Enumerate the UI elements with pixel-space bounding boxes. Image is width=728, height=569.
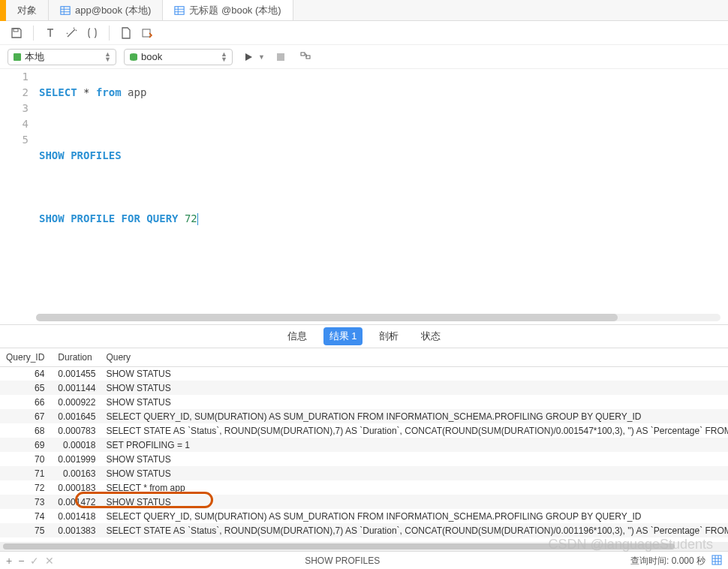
tab-untitled[interactable]: 无标题 @book (本地): [163, 0, 293, 20]
cell-query[interactable]: SHOW STATUS: [100, 466, 728, 480]
cell-duration[interactable]: 0.00163: [52, 466, 100, 480]
explain-button[interactable]: [296, 48, 314, 66]
cell-query[interactable]: SELECT * from app: [100, 480, 728, 495]
tab-status[interactable]: 状态: [415, 327, 447, 345]
cell-duration[interactable]: 0.00018: [52, 438, 100, 452]
svg-rect-13: [301, 53, 305, 56]
cell-query[interactable]: SHOW STATUS: [100, 495, 728, 509]
cell-duration[interactable]: 0.001645: [52, 409, 100, 423]
line-number: 2: [0, 85, 29, 101]
cell-queryid[interactable]: 74: [0, 509, 52, 523]
tab-objects[interactable]: 对象: [6, 0, 49, 20]
table-icon: [174, 5, 185, 16]
cell-query[interactable]: SELECT STATE AS `Status`, ROUND(SUM(DURA…: [100, 423, 728, 438]
table-row[interactable]: 700.001999SHOW STATUS: [0, 452, 728, 466]
table-row[interactable]: 660.000922SHOW STATUS: [0, 395, 728, 409]
database-dropdown[interactable]: book ▲▼: [124, 49, 233, 65]
line-number: 3: [0, 101, 29, 116]
grid-view-button[interactable]: [711, 555, 722, 567]
add-row-button[interactable]: +: [6, 555, 12, 567]
dropdown-arrows-icon: ▲▼: [221, 52, 227, 62]
cell-duration[interactable]: 0.000783: [52, 423, 100, 438]
table-row[interactable]: 750.001383SELECT STATE AS `Status`, ROUN…: [0, 523, 728, 537]
line-number: 5: [0, 132, 29, 148]
cell-queryid[interactable]: 65: [0, 381, 52, 395]
stop-button[interactable]: [272, 49, 289, 65]
status-left: + − ✓ ✕: [6, 555, 54, 567]
table-row[interactable]: 730.001472SHOW STATUS: [0, 495, 728, 509]
cell-query[interactable]: SHOW STATUS: [100, 395, 728, 409]
cell-query[interactable]: SET PROFILING = 1: [100, 438, 728, 452]
col-header-duration[interactable]: Duration: [52, 348, 100, 366]
cell-queryid[interactable]: 71: [0, 466, 52, 480]
col-header-queryid[interactable]: Query_ID: [0, 348, 52, 366]
cell-queryid[interactable]: 69: [0, 438, 52, 452]
cell-query[interactable]: SHOW STATUS: [100, 366, 728, 381]
keyword: from: [96, 86, 122, 98]
sql-editor[interactable]: 1 2 3 4 5 SELECT * from app SHOW PROFILE…: [0, 69, 728, 324]
file-button[interactable]: [117, 24, 135, 42]
apply-button[interactable]: ✓: [30, 555, 39, 567]
table-row[interactable]: 690.00018SET PROFILING = 1: [0, 438, 728, 452]
table-row[interactable]: 740.001418SELECT QUERY_ID, SUM(DURATION)…: [0, 509, 728, 523]
run-button[interactable]: [240, 49, 257, 65]
cell-duration[interactable]: 0.001472: [52, 495, 100, 509]
svg-rect-0: [61, 6, 70, 14]
wand-icon: [65, 27, 77, 39]
tab-app-book[interactable]: app@book (本地): [49, 0, 163, 20]
tab-label: 对象: [17, 4, 37, 17]
code-area[interactable]: SELECT * from app SHOW PROFILES SHOW PRO…: [35, 69, 728, 324]
export-button[interactable]: [138, 24, 156, 42]
cell-queryid[interactable]: 64: [0, 366, 52, 381]
table-row[interactable]: 680.000783SELECT STATE AS `Status`, ROUN…: [0, 423, 728, 438]
cell-duration[interactable]: 0.000922: [52, 395, 100, 409]
cell-duration[interactable]: 0.001455: [52, 366, 100, 381]
cell-query[interactable]: SHOW STATUS: [100, 381, 728, 395]
table-row[interactable]: 650.001144SHOW STATUS: [0, 381, 728, 395]
table-row[interactable]: 710.00163SHOW STATUS: [0, 466, 728, 480]
cell-duration[interactable]: 0.001418: [52, 509, 100, 523]
cell-queryid[interactable]: 66: [0, 395, 52, 409]
cell-query[interactable]: SHOW STATUS: [100, 452, 728, 466]
table-horizontal-scrollbar[interactable]: [0, 542, 728, 551]
brackets-icon: [86, 27, 98, 39]
cell-queryid[interactable]: 72: [0, 480, 52, 495]
cell-query[interactable]: SELECT QUERY_ID, SUM(DURATION) AS SUM_DU…: [100, 509, 728, 523]
dropdown-arrow-icon[interactable]: ▼: [258, 53, 265, 61]
beautify-button[interactable]: [62, 24, 80, 42]
cell-duration[interactable]: 0.001999: [52, 452, 100, 466]
cell-queryid[interactable]: 75: [0, 523, 52, 537]
diagram-icon: [299, 51, 311, 63]
cell-duration[interactable]: 0.001383: [52, 523, 100, 537]
cancel-button[interactable]: ✕: [45, 555, 54, 567]
query-time-label: 查询时间: 0.000 秒: [630, 555, 705, 567]
cell-duration[interactable]: 0.001144: [52, 381, 100, 395]
save-button[interactable]: [8, 24, 26, 42]
cell-duration[interactable]: 0.000183: [52, 480, 100, 495]
brackets-button[interactable]: [83, 24, 101, 42]
cell-queryid[interactable]: 70: [0, 452, 52, 466]
cell-query[interactable]: SELECT QUERY_ID, SUM(DURATION) AS SUM_DU…: [100, 409, 728, 423]
tab-indicator: [0, 0, 6, 21]
grid-icon: [711, 555, 722, 565]
scrollbar-thumb[interactable]: [3, 543, 675, 549]
delete-row-button[interactable]: −: [18, 555, 24, 567]
horizontal-scrollbar[interactable]: [36, 314, 720, 321]
connection-dropdown[interactable]: 本地 ▲▼: [8, 49, 116, 65]
cell-queryid[interactable]: 68: [0, 423, 52, 438]
text-tool-button[interactable]: [41, 24, 59, 42]
table-row[interactable]: 640.001455SHOW STATUS: [0, 366, 728, 381]
scrollbar-thumb[interactable]: [36, 314, 618, 321]
cell-queryid[interactable]: 73: [0, 495, 52, 509]
tab-info[interactable]: 信息: [281, 327, 313, 345]
table-row[interactable]: 720.000183SELECT * from app: [0, 480, 728, 495]
cell-query[interactable]: SELECT STATE AS `Status`, ROUND(SUM(DURA…: [100, 523, 728, 537]
result-table-container[interactable]: Query_ID Duration Query 640.001455SHOW S…: [0, 348, 728, 542]
col-header-query[interactable]: Query: [100, 348, 728, 366]
divider: [33, 26, 34, 41]
tab-result1[interactable]: 结果 1: [323, 327, 363, 345]
status-right: 查询时间: 0.000 秒: [630, 555, 722, 567]
cell-queryid[interactable]: 67: [0, 409, 52, 423]
tab-profile[interactable]: 剖析: [373, 327, 405, 345]
table-row[interactable]: 670.001645SELECT QUERY_ID, SUM(DURATION)…: [0, 409, 728, 423]
